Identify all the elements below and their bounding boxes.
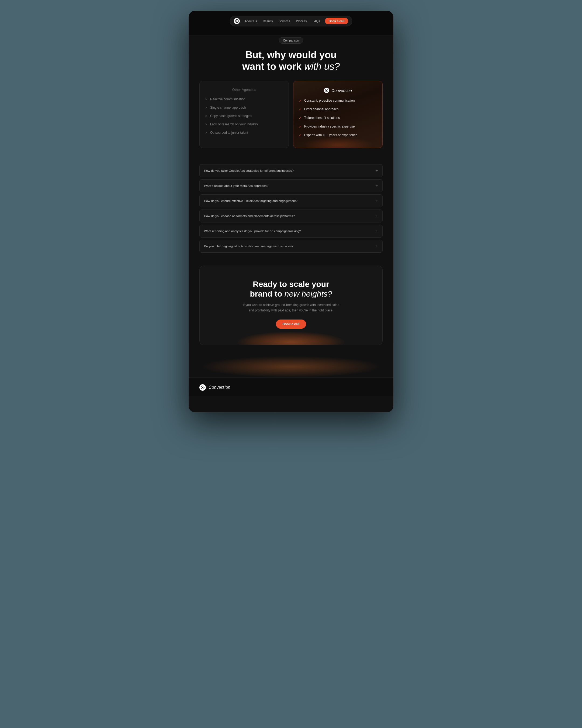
cta-section: Ready to scale your brand to new heights…	[199, 266, 383, 345]
check-icon-4: ✓	[299, 133, 302, 138]
conversion-header: Conversion	[299, 88, 377, 93]
nav-link-services[interactable]: Services	[276, 18, 292, 24]
device-frame: About Us Results Services Process FAQs B…	[189, 11, 393, 412]
check-icon-3: ✓	[299, 125, 302, 129]
faq-item-3[interactable]: How do you choose ad formats and placeme…	[199, 209, 383, 223]
navbar: About Us Results Services Process FAQs B…	[189, 11, 393, 31]
faq-item-5[interactable]: Do you offer ongoing ad optimization and…	[199, 240, 383, 253]
conversion-item-2: ✓ Tailored best-fit solutions	[299, 116, 377, 121]
headline-italic: with us?	[304, 61, 340, 72]
other-item-2: ✕ Copy paste growth strategies	[205, 114, 283, 119]
faq-item-2[interactable]: How do you ensure effective TikTok Ads t…	[199, 194, 383, 207]
x-icon-2: ✕	[205, 114, 207, 118]
footer-logo	[199, 384, 206, 391]
faq-item-1[interactable]: What's unique about your Meta Ads approa…	[199, 179, 383, 192]
footer: Conversion	[189, 378, 393, 396]
x-icon-1: ✕	[205, 106, 207, 110]
faq-plus-icon-5: +	[376, 244, 378, 249]
cta-title-italic: new heights?	[284, 289, 332, 298]
headline-section: But, why would you want to work with us?	[189, 47, 393, 81]
nav-logo	[234, 18, 240, 24]
nav-book-button[interactable]: Book a call	[325, 18, 348, 24]
faq-item-0[interactable]: How do you tailor Google Ads strategies …	[199, 164, 383, 177]
nav-inner: About Us Results Services Process FAQs B…	[230, 16, 352, 26]
other-item-1: ✕ Single channel approach	[205, 105, 283, 110]
x-icon-4: ✕	[205, 131, 207, 135]
conversion-logo	[324, 88, 329, 93]
faq-question-5: Do you offer ongoing ad optimization and…	[204, 244, 372, 248]
comparison-badge: Comparison	[279, 37, 303, 44]
cta-title: Ready to scale your brand to new heights…	[211, 279, 371, 299]
faq-plus-icon-2: +	[376, 199, 378, 203]
faq-plus-icon-3: +	[376, 213, 378, 218]
faq-question-1: What's unique about your Meta Ads approa…	[204, 184, 372, 187]
x-icon-0: ✕	[205, 97, 207, 101]
other-agencies-header: Other Agencies	[205, 88, 283, 92]
nav-link-results[interactable]: Results	[261, 18, 275, 24]
cta-book-button[interactable]: Book a call	[276, 319, 306, 329]
x-icon-3: ✕	[205, 123, 207, 127]
other-item-0: ✕ Reactive communication	[205, 97, 283, 102]
faq-question-3: How do you choose ad formats and placeme…	[204, 214, 372, 217]
nav-link-about[interactable]: About Us	[243, 18, 259, 24]
nav-link-faqs[interactable]: FAQs	[310, 18, 322, 24]
faq-section: How do you tailor Google Ads strategies …	[189, 159, 393, 266]
conversion-item-1: ✓ Omni channel approach	[299, 107, 377, 112]
conversion-column: Conversion ✓ Constant, proactive communi…	[293, 81, 383, 148]
conversion-brand-name: Conversion	[331, 88, 352, 93]
other-item-3: ✕ Lack of research on your industry	[205, 122, 283, 127]
faq-question-0: How do you tailor Google Ads strategies …	[204, 169, 372, 172]
conversion-item-0: ✓ Constant, proactive communication	[299, 98, 377, 103]
other-agencies-column: Other Agencies ✕ Reactive communication …	[199, 81, 289, 148]
footer-brand-name: Conversion	[209, 385, 230, 390]
cta-glow	[199, 356, 383, 378]
faq-question-4: What reporting and analytics do you prov…	[204, 230, 372, 233]
check-icon-1: ✓	[299, 107, 302, 112]
faq-plus-icon-1: +	[376, 183, 378, 188]
headline: But, why would you want to work with us?	[199, 49, 383, 72]
faq-question-2: How do you ensure effective TikTok Ads t…	[204, 199, 372, 203]
main-content: Comparison But, why would you want to wo…	[189, 31, 393, 412]
cta-subtitle: If you want to achieve ground-breaking g…	[243, 303, 339, 313]
faq-plus-icon-0: +	[376, 168, 378, 173]
faq-plus-icon-4: +	[376, 229, 378, 234]
check-icon-2: ✓	[299, 116, 302, 121]
conversion-item-3: ✓ Provides industry specific expertise	[299, 124, 377, 129]
conversion-item-4: ✓ Experts with 10+ years of experience	[299, 133, 377, 138]
check-icon-0: ✓	[299, 99, 302, 103]
other-item-4: ✕ Outsourced to junior talent	[205, 130, 283, 135]
comparison-columns: Other Agencies ✕ Reactive communication …	[189, 81, 393, 159]
nav-link-process[interactable]: Process	[294, 18, 309, 24]
faq-item-4[interactable]: What reporting and analytics do you prov…	[199, 225, 383, 237]
